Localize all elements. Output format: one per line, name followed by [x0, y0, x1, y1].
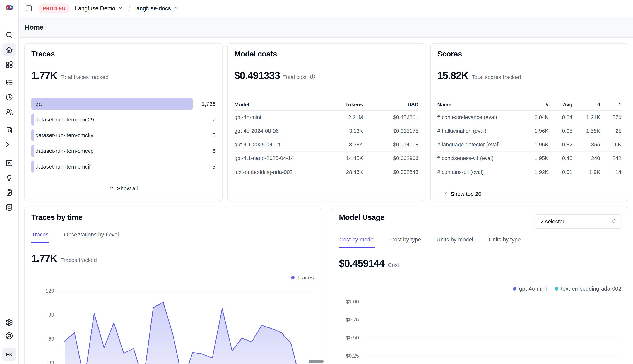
clipboard-pen-icon	[5, 189, 13, 197]
bar	[32, 98, 193, 110]
bar	[32, 130, 34, 141]
list-tree-icon	[5, 79, 13, 87]
langfuse-logo-icon	[5, 4, 14, 12]
chevron-down-icon	[118, 5, 123, 12]
column-header: Tokens	[315, 102, 363, 108]
sidebar-item-home[interactable]	[2, 43, 16, 56]
table-row: # contextrelevance (eval) 2.04K 0.34 1.2…	[437, 110, 621, 124]
traces-by-time-card: Traces by time Traces Observations by Le…	[24, 206, 321, 364]
sidebar-item-playground[interactable]	[2, 138, 16, 152]
org-switcher[interactable]: Langfuse Demo	[75, 5, 123, 12]
chevron-down-icon	[109, 185, 114, 192]
sidebar-item-support[interactable]	[2, 329, 16, 342]
traces-by-time-tabs: Traces Observations by Level	[32, 232, 314, 243]
bar-label: dataset-run-item-cmc29	[36, 116, 94, 123]
legend-dot	[513, 287, 516, 290]
chevrons-up-down-icon	[611, 218, 616, 225]
usage-cost-label: Cost	[388, 262, 399, 268]
info-icon	[310, 74, 315, 80]
trace-bar-row: dataset-run-item-cmcjf 5	[32, 161, 216, 172]
sidebar-item-experiments[interactable]	[2, 186, 16, 199]
bar-value: 5	[193, 132, 216, 138]
model-select-dropdown[interactable]: 2 selected	[534, 214, 621, 229]
life-buoy-icon	[5, 332, 13, 340]
page-header: Home	[19, 17, 633, 38]
sidebar-item-sessions[interactable]	[2, 91, 16, 104]
bar-label: dataset-run-item-cmcky	[36, 132, 93, 138]
column-header: Model	[234, 102, 315, 108]
users-icon	[5, 108, 13, 116]
tab-cost-by-type[interactable]: Cost by type	[390, 236, 421, 248]
legend-dot	[291, 276, 295, 280]
legend-item: Traces	[291, 274, 314, 281]
bar-label: qa	[36, 101, 42, 107]
square-percent-icon	[5, 159, 13, 168]
trace-bar-row: dataset-run-item-cmc29 7	[32, 114, 216, 126]
database-icon	[5, 204, 13, 212]
chart-legend: Traces	[32, 274, 314, 281]
model-usage-card: Model Usage 2 selected Cost by model Cos…	[332, 206, 628, 364]
page-title: Home	[25, 24, 44, 31]
bar	[32, 161, 34, 172]
terminal-icon	[5, 141, 13, 149]
table-row: gpt-4.1-2025-04-14 3.38K $0.014108	[234, 138, 418, 152]
model-costs-card: Model costs $0.491333 Total cost Model T…	[227, 43, 425, 201]
model-usage-chart: $1.00$0.75$0.50$0.25	[339, 297, 621, 364]
bar-value: 5	[193, 164, 216, 170]
project-switcher[interactable]: langfuse-docs	[135, 5, 179, 12]
table-row: gpt-4.1-nano-2025-04-14 14.45K $0.002906	[234, 152, 418, 165]
dashboard-content: Traces 1.77K Total traces tracked qa 1,7…	[19, 38, 633, 364]
search-icon	[5, 31, 13, 39]
card-title: Scores	[437, 50, 621, 58]
sidebar-item-search[interactable]	[2, 28, 16, 42]
file-json-icon	[5, 126, 13, 134]
traces-area-chart: 120906030	[32, 286, 314, 364]
tab-units-by-model[interactable]: Units by model	[436, 236, 473, 248]
legend-item: gpt-4o-mini	[513, 286, 547, 292]
show-all-button[interactable]: Show all	[109, 185, 138, 192]
table-row: # language-detector (eval) 1.95K 0.82 35…	[437, 138, 621, 152]
project-name: langfuse-docs	[135, 5, 171, 12]
card-title: Traces	[32, 50, 216, 58]
tab-observations-by-level[interactable]: Observations by Level	[64, 232, 119, 242]
scores-table: Name # Avg 0 1 # contextrelevance (eval)…	[437, 99, 621, 179]
column-header: USD	[363, 102, 418, 108]
traces-total-value: 1.77K	[32, 70, 57, 82]
sidebar-item-prompts[interactable]	[2, 124, 16, 137]
table-row: gpt-4o-2024-08-06 3.13K $0.015175	[234, 124, 418, 138]
sidebar-item-dashboards[interactable]	[2, 58, 16, 71]
horizontal-scrollbar-thumb[interactable]	[309, 360, 324, 363]
breadcrumb-separator: /	[128, 4, 130, 12]
sidebar-item-tracing[interactable]	[2, 76, 16, 89]
lightbulb-icon	[5, 174, 13, 182]
tab-units-by-type[interactable]: Units by type	[488, 236, 521, 248]
bar-value: 5	[193, 148, 216, 154]
bar-value: 7	[193, 116, 216, 123]
tab-cost-by-model[interactable]: Cost by model	[339, 236, 375, 248]
traces-tracked-label: Traces tracked	[60, 257, 97, 263]
usage-cost-value: $0.459144	[339, 258, 385, 269]
sidebar-item-evaluators[interactable]	[2, 156, 16, 170]
show-top-20-button[interactable]: Show top 20	[443, 191, 481, 197]
trace-bar-row: dataset-run-item-cmcky 5	[32, 130, 216, 141]
chevron-down-icon	[173, 5, 179, 12]
legend-dot	[555, 287, 558, 290]
sidebar-toggle-button[interactable]	[24, 4, 34, 13]
traces-bar-list: qa 1,736 dataset-run-item-cmc29 7 datase…	[32, 98, 216, 172]
column-header: Name	[437, 102, 521, 108]
sidebar-item-users[interactable]	[2, 106, 16, 119]
scores-total-value: 15.82K	[437, 70, 468, 82]
traces-total-label: Total traces tracked	[60, 74, 108, 80]
org-name: Langfuse Demo	[75, 5, 115, 12]
user-avatar[interactable]: FK	[2, 348, 16, 361]
bar	[32, 114, 34, 126]
table-row: # hallucination (eval) 1.96K 0.05 1.58K …	[437, 124, 621, 138]
sidebar-item-annotation[interactable]	[2, 171, 16, 184]
tab-traces[interactable]: Traces	[32, 232, 49, 242]
card-title: Model costs	[234, 50, 418, 58]
card-title: Model Usage	[339, 214, 384, 221]
column-header: 1	[600, 102, 621, 108]
legend-item: text-embedding-ada-002	[555, 286, 621, 292]
sidebar-item-settings[interactable]	[2, 316, 16, 329]
sidebar-item-datasets[interactable]	[2, 201, 16, 214]
